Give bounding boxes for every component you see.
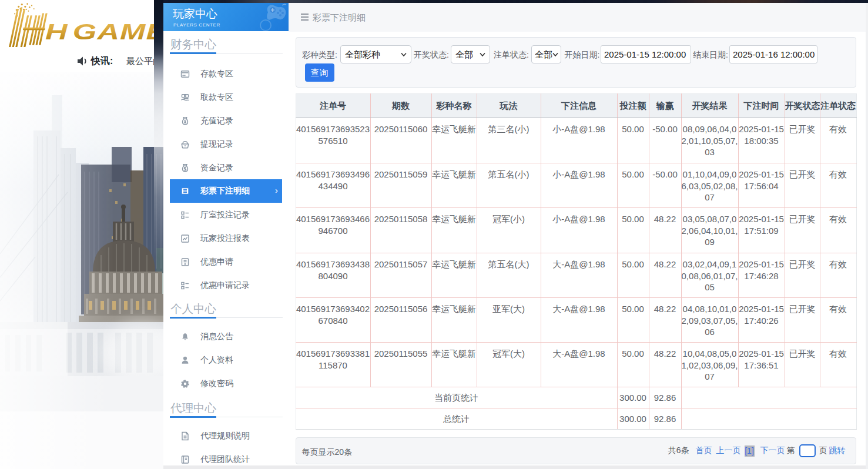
svg-text:HGAME: HGAME bbox=[45, 19, 163, 44]
